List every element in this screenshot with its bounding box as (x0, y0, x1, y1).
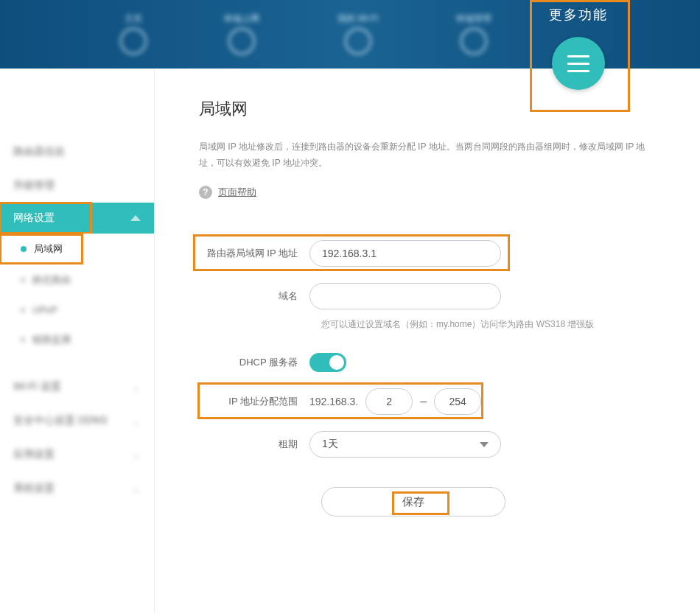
row-domain: 域名 (199, 283, 648, 309)
sidebar-item-blurred[interactable]: 路由器信息 (0, 135, 154, 169)
sidebar-item-blurred[interactable]: 升级管理 (0, 169, 154, 203)
row-ip-range: IP 地址分配范围 192.168.3. – (199, 388, 648, 415)
sidebar-subitem-blurred[interactable]: 链路监测 (0, 324, 154, 355)
row-lease: 租期 1天 (199, 431, 648, 458)
page-help-link[interactable]: 页面帮助 (218, 186, 256, 199)
main-content: 局域网 局域网 IP 地址修改后，连接到路由器的设备会重新分配 IP 地址。当两… (155, 69, 700, 613)
page-title: 局域网 (199, 98, 648, 120)
label-lan-ip: 路由器局域网 IP 地址 (199, 247, 309, 260)
sidebar-subitem-blurred[interactable]: 静态路由 (0, 265, 154, 295)
more-features-button[interactable] (552, 37, 605, 90)
chevron-up-icon (130, 215, 141, 221)
row-dhcp: DHCP 服务器 (199, 353, 648, 372)
select-lease[interactable]: 1天 (309, 431, 501, 458)
dot-icon (21, 246, 27, 252)
save-button-label: 保存 (402, 495, 424, 509)
sidebar: 路由器信息 升级管理 网络设置 局域网 静态路由 UPnP 链路监测 Wi-Fi… (0, 69, 155, 613)
page-help[interactable]: ? 页面帮助 (199, 186, 648, 211)
select-lease-value: 1天 (322, 438, 338, 451)
help-icon: ? (199, 186, 212, 199)
save-button[interactable]: 保存 (321, 487, 505, 516)
input-ip-range-end[interactable] (434, 388, 481, 415)
more-features-label: 更多功能 (534, 6, 623, 24)
hamburger-icon (567, 55, 589, 72)
sidebar-item-blurred[interactable]: 安全中心设置 DDNS⌄ (0, 404, 154, 438)
page-description: 局域网 IP 地址修改后，连接到路由器的设备会重新分配 IP 地址。当两台同网段… (199, 139, 648, 171)
sidebar-item-blurred[interactable]: Wi-Fi 设置⌄ (0, 370, 154, 404)
label-ip-range: IP 地址分配范围 (199, 395, 309, 408)
domain-hint: 您可以通过设置域名（例如：my.home）访问华为路由 WS318 增强版 (321, 318, 648, 331)
sidebar-subitem-blurred[interactable]: UPnP (0, 295, 154, 324)
input-ip-range-start[interactable] (365, 388, 413, 415)
sidebar-item-blurred[interactable]: 应用设置⌄ (0, 438, 154, 472)
sidebar-subitem-label: 局域网 (34, 242, 63, 256)
label-dhcp: DHCP 服务器 (199, 356, 309, 369)
ip-range-prefix: 192.168.3. (309, 396, 358, 407)
sidebar-subitem-lan[interactable]: 局域网 (0, 234, 154, 265)
top-nav-blurred: 主页 终端上网 我的 Wi-Fi 终端管理 (81, 6, 531, 61)
input-lan-ip[interactable] (309, 240, 501, 267)
sidebar-item-network-settings[interactable]: 网络设置 (0, 203, 154, 234)
label-lease: 租期 (199, 438, 309, 451)
label-domain: 域名 (199, 290, 309, 303)
chevron-down-icon (480, 442, 489, 447)
row-lan-ip: 路由器局域网 IP 地址 (199, 240, 648, 267)
sidebar-item-blurred[interactable]: 系统设置⌄ (0, 472, 154, 505)
input-domain[interactable] (309, 283, 501, 309)
toggle-knob (329, 355, 344, 370)
sidebar-item-label: 网络设置 (13, 211, 55, 225)
toggle-dhcp[interactable] (309, 353, 346, 372)
ip-range-separator: – (420, 395, 427, 408)
more-features: 更多功能 (534, 0, 623, 90)
